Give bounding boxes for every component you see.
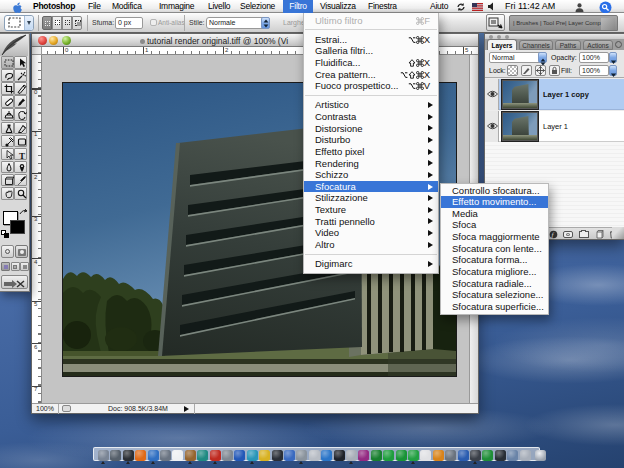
- svg-text:T: T: [19, 150, 25, 160]
